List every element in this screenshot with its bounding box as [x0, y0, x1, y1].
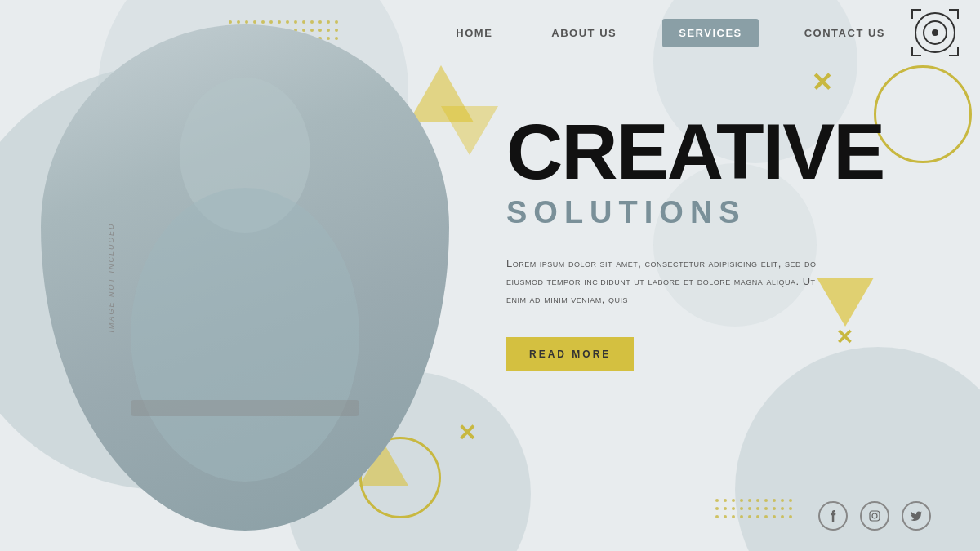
social-icons [818, 501, 931, 531]
hero-body-text: Lorem ipsum dolor sit amet, consectetur … [506, 255, 817, 309]
logo-corner-tl [911, 9, 921, 19]
person-silhouette [82, 41, 408, 531]
logo-corner-tr [949, 9, 959, 19]
site-logo[interactable] [915, 12, 956, 53]
headline-creative: CREATIVE [506, 114, 939, 189]
main-content: CREATIVE SOLUTIONS Lorem ipsum dolor sit… [506, 114, 939, 371]
twitter-icon[interactable] [902, 501, 931, 531]
photo-placeholder: IMAGE NOT INCLUDED [41, 24, 449, 531]
logo-corner-bl [911, 47, 921, 56]
nav-home[interactable]: HOME [443, 20, 506, 46]
logo-inner-ring [923, 20, 947, 45]
nav-contact[interactable]: CONTACT US [791, 20, 898, 46]
svg-rect-3 [870, 511, 880, 521]
svg-rect-2 [131, 400, 359, 416]
facebook-icon[interactable] [818, 501, 848, 531]
nav-links: HOME ABOUT US SERVICES CONTACT US [443, 19, 898, 47]
logo-corner-br [949, 47, 959, 56]
nav-about[interactable]: ABOUT US [538, 20, 630, 46]
svg-point-4 [872, 513, 877, 518]
nav-services[interactable]: SERVICES [662, 19, 759, 47]
dot-pattern-bottom-right [715, 499, 792, 518]
headline-solutions: SOLUTIONS [506, 195, 939, 230]
x-mark-bottom-left: ✕ [457, 422, 476, 445]
triangle-outline-top [441, 106, 498, 155]
logo-dot [932, 29, 938, 36]
svg-point-5 [877, 513, 879, 514]
hero-photo: IMAGE NOT INCLUDED [41, 24, 449, 531]
x-mark-top-right: ✕ [811, 69, 833, 96]
navbar: HOME ABOUT US SERVICES CONTACT US [0, 0, 980, 65]
svg-point-1 [131, 188, 359, 482]
read-more-button[interactable]: READ MORE [506, 337, 634, 371]
instagram-icon[interactable] [860, 501, 889, 531]
